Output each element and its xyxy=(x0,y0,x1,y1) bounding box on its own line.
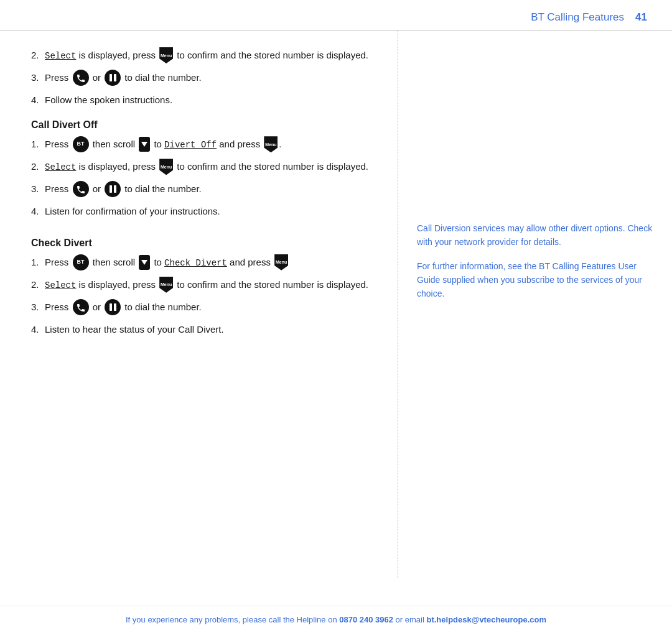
header: BT Calling Features 41 xyxy=(0,0,672,30)
list-number: 3. xyxy=(31,182,45,196)
list-item: 3. Press or to dial th xyxy=(31,182,373,198)
intro-section: 2. Select is displayed, press Menu to co… xyxy=(31,48,373,107)
sidebar-note-2: For further information, see the BT Call… xyxy=(417,260,653,300)
select-text: Select xyxy=(45,280,76,290)
list-item: 2. Select is displayed, press Menu to co… xyxy=(31,48,373,64)
menu-icon: Menu xyxy=(159,47,173,63)
select-text: Select xyxy=(45,51,76,61)
list-content: Select is displayed, press Menu to confi… xyxy=(45,159,373,175)
scroll-icon xyxy=(139,255,150,270)
sidebar-note-1: Call Diversion services may allow other … xyxy=(417,222,653,249)
list-item: 1. Press BT then scroll to Check Divert … xyxy=(31,255,373,271)
call-icon xyxy=(73,70,89,86)
check-divert-text: Check Divert xyxy=(164,258,227,268)
pause-icon xyxy=(105,181,121,197)
menu-icon: Menu xyxy=(274,254,288,270)
list-number: 3. xyxy=(31,300,45,314)
section-heading: Call Divert Off xyxy=(31,119,373,131)
main-layout: 2. Select is displayed, press Menu to co… xyxy=(0,30,672,578)
list-number: 4. xyxy=(31,93,45,107)
list-content: Listen for confirmation of your instruct… xyxy=(45,204,373,218)
pause-icon xyxy=(105,299,121,315)
page: BT Calling Features 41 2. Select is disp… xyxy=(0,0,672,633)
menu-icon: Menu xyxy=(159,277,173,293)
list-number: 2. xyxy=(31,159,45,173)
list-number: 3. xyxy=(31,70,45,85)
header-title: BT Calling Features xyxy=(531,11,624,24)
list-number: 4. xyxy=(31,322,45,336)
call-icon xyxy=(73,181,89,197)
footer-prefix: If you experience any problems, please c… xyxy=(126,615,339,624)
menu-icon: Menu xyxy=(159,159,173,175)
divert-off-text: Divert Off xyxy=(164,140,217,150)
list-number: 4. xyxy=(31,204,45,218)
pause-icon xyxy=(105,70,121,86)
sidebar-notes: Call Diversion services may allow other … xyxy=(417,222,653,300)
list-content: Press or to dial the number. xyxy=(45,300,373,316)
scroll-icon xyxy=(139,137,150,152)
list-content: Press or to dial the number. xyxy=(45,182,373,198)
list-content: Select is displayed, press Menu to confi… xyxy=(45,277,373,293)
left-column: 2. Select is displayed, press Menu to co… xyxy=(0,30,398,578)
list-item: 4. Listen to hear the status of your Cal… xyxy=(31,322,373,336)
footer-email: bt.helpdesk@vtecheurope.com xyxy=(426,615,546,624)
list-number: 2. xyxy=(31,277,45,292)
list-content: Press or to dial the number. xyxy=(45,70,373,86)
call-icon xyxy=(73,299,89,315)
list-content: Press BT then scroll to Divert Off and p… xyxy=(45,137,373,153)
list-item: 4. Follow the spoken instructions. xyxy=(31,93,373,107)
menu-icon: Menu xyxy=(264,136,278,152)
right-column: Call Diversion services may allow other … xyxy=(398,30,672,578)
list-item: 1. Press BT then scroll to Divert Off an… xyxy=(31,137,373,153)
list-number: 1. xyxy=(31,255,45,269)
list-number: 2. xyxy=(31,48,45,62)
list-content: Follow the spoken instructions. xyxy=(45,93,373,107)
footer: If you experience any problems, please c… xyxy=(0,606,672,633)
list-content: Press BT then scroll to Check Divert and… xyxy=(45,255,373,271)
footer-mid: or email xyxy=(393,615,426,624)
bt-icon: BT xyxy=(73,136,89,152)
list-item: 2. Select is displayed, press Menu to co… xyxy=(31,277,373,293)
check-divert-section: Check Divert 1. Press BT then scroll to … xyxy=(31,238,373,336)
select-text: Select xyxy=(45,162,76,172)
header-page-number: 41 xyxy=(635,11,647,24)
call-divert-off-section: Call Divert Off 1. Press BT then scroll … xyxy=(31,119,373,218)
list-item: 3. Press or to dial th xyxy=(31,300,373,316)
section-heading: Check Divert xyxy=(31,238,373,249)
list-content: Listen to hear the status of your Call D… xyxy=(45,322,373,336)
list-number: 1. xyxy=(31,137,45,151)
list-item: 2. Select is displayed, press Menu to co… xyxy=(31,159,373,175)
footer-phone: 0870 240 3962 xyxy=(339,615,393,624)
list-item: 3. Press or to dial th xyxy=(31,70,373,86)
list-content: Select is displayed, press Menu to confi… xyxy=(45,48,373,64)
list-item: 4. Listen for confirmation of your instr… xyxy=(31,204,373,218)
bt-icon: BT xyxy=(73,254,89,270)
